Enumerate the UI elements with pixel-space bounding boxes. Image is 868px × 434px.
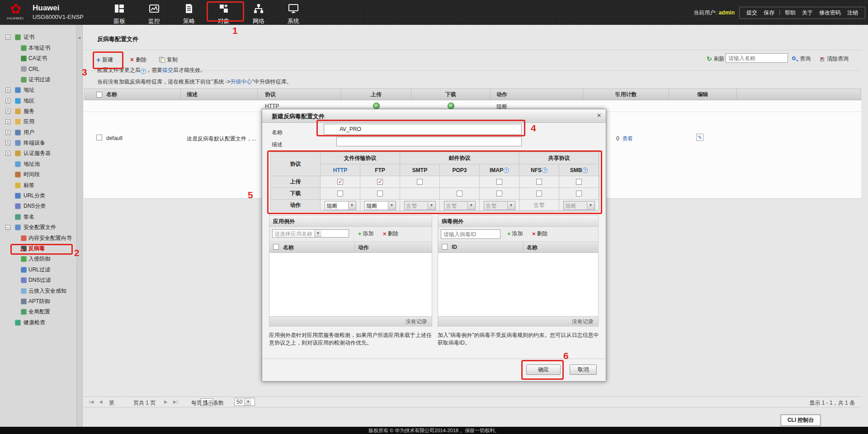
topbar-link-保存[interactable]: 保存 [764,9,774,17]
expand-node-icon[interactable]: + [5,109,10,114]
commit-link[interactable]: 提交 [162,67,173,73]
sidebar-item-CRL[interactable]: CRL [0,64,76,74]
sidebar-item-DNS分类[interactable]: DNS分类 [0,201,76,211]
close-icon[interactable]: × [597,111,601,120]
collapse-node-icon[interactable]: − [5,35,10,40]
上传-FTP-checkbox[interactable] [377,179,383,185]
下载-NFS-checkbox[interactable] [536,191,542,196]
menu-item-系统[interactable]: 系统 [279,1,308,25]
sidebar-item-云接入安全感知[interactable]: 云接入安全感知 [0,285,76,296]
clear-query-button[interactable]: × 清除查询 [819,55,849,63]
sidebar-item-APT防御[interactable]: APT防御 [0,296,76,307]
topbar-link-提交[interactable]: 提交 [746,9,757,17]
menu-item-策略[interactable]: 策略 [175,1,203,25]
first-page-icon[interactable]: |◀ [89,399,94,404]
sidebar-item-时间段[interactable]: 时间段 [0,169,76,180]
sidebar-item-全局配置[interactable]: 全局配置 [0,307,76,317]
select-all-checkbox[interactable] [96,92,102,98]
virus-add-button[interactable]: +添加 [507,230,523,238]
per-page-select[interactable]: 50 ▼ [234,398,255,406]
topbar-link-关于[interactable]: 关于 [802,9,813,17]
collapse-sidebar-button[interactable]: « [77,35,82,40]
下载-IMAP-checkbox[interactable] [496,191,502,196]
上传-SMTP-checkbox[interactable] [417,179,423,185]
action-FTP-select[interactable]: 阻断▼ [364,201,396,210]
name-input[interactable] [324,124,522,135]
menu-item-对象[interactable]: 对象 [209,1,238,25]
prev-page-icon[interactable]: ◀ [99,399,103,404]
sidebar-item-证书过滤[interactable]: 证书过滤 [0,75,76,85]
app-delete-button[interactable]: ×删除 [383,230,399,238]
menu-item-监控[interactable]: 监控 [140,1,169,25]
topbar-link-帮助[interactable]: 帮助 [785,9,796,17]
search-input[interactable] [726,53,788,63]
expand-node-icon[interactable]: + [5,140,10,145]
sidebar-item-地址池[interactable]: 地址池 [0,159,76,169]
help-icon[interactable]: ? [141,69,146,74]
sidebar-item-安全配置文件[interactable]: −安全配置文件 [0,222,76,233]
上传-HTTP-checkbox[interactable] [337,179,343,185]
sidebar-item-用户[interactable]: +用户 [0,127,76,138]
expand-node-icon[interactable]: + [5,98,10,103]
new-button[interactable]: + 新建 [96,56,113,64]
refresh-button[interactable]: ↻ 刷新 [707,55,725,63]
sidebar-item-URL过滤[interactable]: URL过滤 [0,265,76,275]
sidebar-item-签名[interactable]: 签名 [0,212,76,222]
dialog-titlebar[interactable]: 新建反病毒配置文件 × [262,109,606,123]
上传-IMAP-checkbox[interactable] [496,179,502,185]
sidebar-item-反病毒[interactable]: 反病毒 [0,243,76,254]
select-all-checkbox[interactable] [273,244,279,250]
desc-input[interactable] [336,137,522,146]
menu-item-网络[interactable]: 网络 [244,1,273,25]
topbar-link-注销[interactable]: 注销 [847,9,858,17]
下载-FTP-checkbox[interactable] [377,191,383,196]
下载-POP3-checkbox[interactable] [457,191,462,196]
expand-node-icon[interactable]: + [5,119,10,124]
sidebar-item-服务[interactable]: +服务 [0,106,76,117]
sidebar-item-URL分类[interactable]: URL分类 [0,191,76,201]
row-checkbox[interactable] [96,135,102,140]
下载-SMB-checkbox[interactable] [576,191,582,196]
collapse-node-icon[interactable]: − [5,225,10,230]
select-all-checkbox[interactable] [442,244,448,250]
sidebar-item-应用[interactable]: +应用 [0,117,76,127]
app-add-button[interactable]: +添加 [358,230,374,238]
下载-HTTP-checkbox[interactable] [337,191,343,196]
app-select[interactable]: 请选择应用名称 ▼ [272,229,349,238]
help-icon[interactable]: ? [542,168,547,173]
next-page-icon[interactable]: ▶ [164,399,168,404]
sidebar-item-终端设备[interactable]: +终端设备 [0,138,76,148]
view-references-link[interactable]: 查看 [622,135,633,142]
expand-node-icon[interactable]: + [5,151,10,156]
delete-button[interactable]: × 删除 [130,56,146,64]
edit-icon[interactable]: ✎ [696,134,703,141]
help-icon[interactable]: ? [582,168,588,173]
virus-id-input[interactable] [441,229,500,239]
action-HTTP-select[interactable]: 阻断▼ [325,201,356,210]
sidebar-item-证书[interactable]: −证书 [0,32,76,42]
topbar-link-修改密码[interactable]: 修改密码 [819,9,841,17]
expand-node-icon[interactable]: + [5,88,10,93]
last-page-icon[interactable]: ▶| [173,399,178,404]
protocol-name[interactable]: HTTP [333,167,347,173]
sidebar-item-内容安全配置向导[interactable]: 内容安全配置向导 [0,233,76,243]
sidebar-item-地区[interactable]: +地区 [0,95,76,106]
sidebar-item-认证服务器[interactable]: +认证服务器 [0,148,76,159]
上传-SMB-checkbox[interactable] [576,179,582,185]
query-button[interactable]: 查询 [792,55,811,63]
sidebar-item-DNS过滤[interactable]: DNS过滤 [0,275,76,285]
sidebar-item-健康检查[interactable]: 健康检查 [0,317,76,328]
sidebar-item-本地证书[interactable]: 本地证书 [0,42,76,53]
cancel-button[interactable]: 取消 [570,364,597,375]
sidebar-item-标签[interactable]: 标签 [0,180,76,190]
sidebar-item-CA证书[interactable]: CA证书 [0,53,76,64]
上传-NFS-checkbox[interactable] [536,179,542,185]
help-icon[interactable]: ? [504,168,509,173]
sidebar-item-地址[interactable]: +地址 [0,85,76,95]
sidebar-item-入侵防御[interactable]: 入侵防御 [0,254,76,264]
update-center-link[interactable]: 升级中心 [231,79,252,85]
menu-item-面板[interactable]: 面板 [105,1,134,25]
ok-button[interactable]: 确定 [526,364,561,375]
virus-delete-button[interactable]: ×删除 [532,230,548,238]
profile-name-link[interactable]: default [106,135,123,141]
